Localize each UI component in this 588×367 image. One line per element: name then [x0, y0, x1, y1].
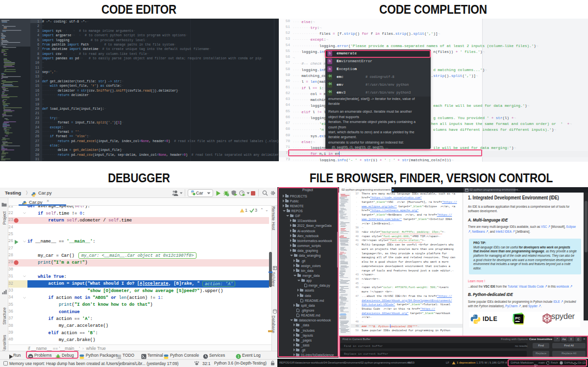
svg-text:1: 1: [237, 354, 239, 359]
svg-text:PC: PC: [515, 316, 521, 320]
